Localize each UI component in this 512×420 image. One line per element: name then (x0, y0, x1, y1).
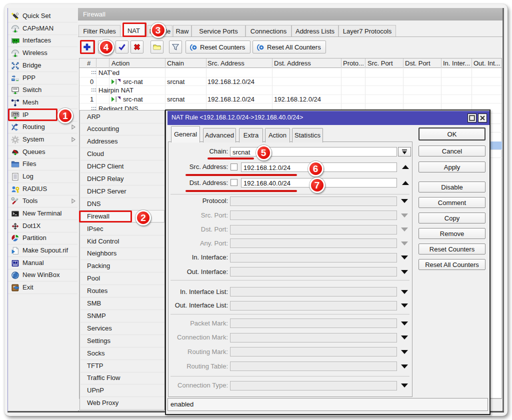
svg-text:?: ? (14, 260, 16, 264)
